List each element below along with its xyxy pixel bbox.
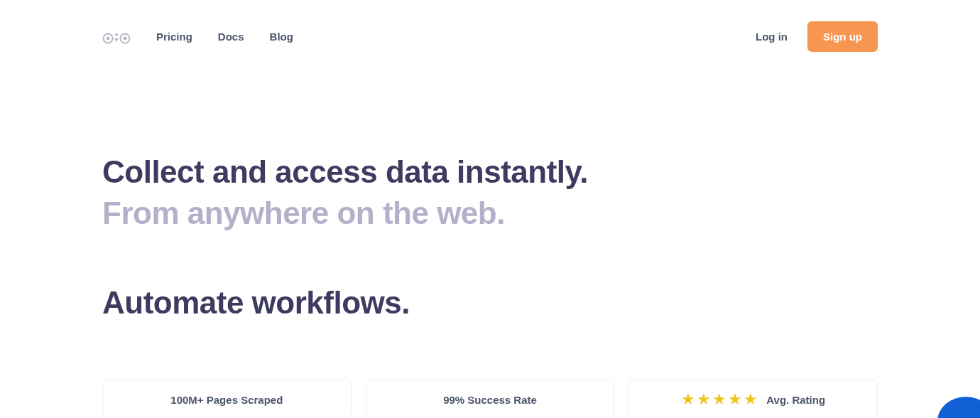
nav-docs[interactable]: Docs bbox=[218, 31, 244, 43]
star-icon: ★ bbox=[712, 392, 726, 407]
signup-button[interactable]: Sign up bbox=[807, 21, 878, 52]
star-icon: ★ bbox=[744, 392, 758, 407]
hero-subtitle: Automate workflows. bbox=[102, 285, 878, 321]
stat-success-text: 99% Success Rate bbox=[443, 394, 537, 406]
hero-section: Collect and access data instantly. From … bbox=[0, 52, 980, 321]
logo-icon[interactable] bbox=[102, 29, 131, 45]
stat-card-pages: 100M+ Pages Scraped bbox=[102, 379, 352, 418]
hero-title-line1: Collect and access data instantly. bbox=[102, 154, 588, 189]
hero-title-line2: From anywhere on the web. bbox=[102, 195, 505, 230]
star-icon: ★ bbox=[697, 392, 711, 407]
stat-rating-text: Avg. Rating bbox=[766, 394, 825, 406]
login-link[interactable]: Log in bbox=[756, 31, 788, 43]
stars-container: ★ ★ ★ ★ ★ bbox=[681, 392, 758, 407]
nav-pricing[interactable]: Pricing bbox=[156, 31, 192, 43]
stat-pages-text: 100M+ Pages Scraped bbox=[170, 394, 283, 406]
header-right: Log in Sign up bbox=[756, 21, 878, 52]
svg-point-1 bbox=[107, 36, 110, 40]
stat-card-success: 99% Success Rate bbox=[366, 379, 615, 418]
hero-title: Collect and access data instantly. From … bbox=[102, 151, 878, 234]
stats-row: 100M+ Pages Scraped 99% Success Rate ★ ★… bbox=[0, 321, 980, 418]
header-left: Pricing Docs Blog bbox=[102, 29, 293, 45]
nav-blog[interactable]: Blog bbox=[270, 31, 293, 43]
svg-point-3 bbox=[124, 36, 127, 40]
star-icon: ★ bbox=[681, 392, 695, 407]
star-icon: ★ bbox=[728, 392, 742, 407]
header: Pricing Docs Blog Log in Sign up bbox=[0, 0, 980, 52]
stat-card-rating: ★ ★ ★ ★ ★ Avg. Rating bbox=[628, 379, 878, 418]
